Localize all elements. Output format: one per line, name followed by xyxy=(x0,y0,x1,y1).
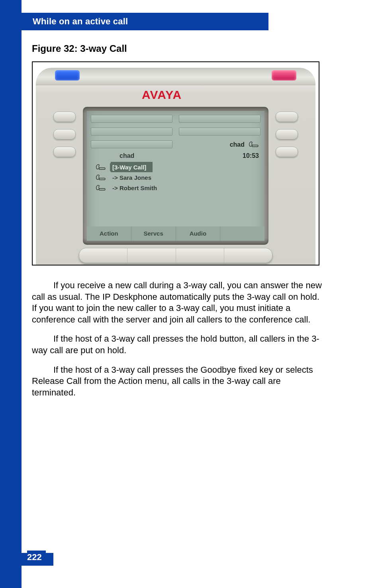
softkey-button-2[interactable] xyxy=(127,248,176,263)
paragraph: If the host of a 3-way call presses the … xyxy=(32,333,327,356)
arrow-prefix: -> xyxy=(112,174,118,181)
call-list: [3-Way Call] -> Sara Jones xyxy=(93,162,258,193)
softkey-blank[interactable] xyxy=(220,226,264,241)
linekey-label-l1 xyxy=(91,115,172,123)
status-row: chad xyxy=(230,140,259,149)
softkey-physical-row xyxy=(79,248,272,263)
participant-name: Sara Jones xyxy=(119,174,151,181)
softkey-button-1[interactable] xyxy=(79,248,127,263)
screen-bezel: chad chad 10:53 [3 xyxy=(83,107,268,245)
handset-icon xyxy=(248,140,259,149)
linekey-label-r1 xyxy=(179,115,261,123)
line-key-right-3[interactable] xyxy=(276,147,298,157)
handset-icon xyxy=(95,173,106,182)
section-header: While on an active call xyxy=(22,13,268,30)
softkey-servcs[interactable]: Servcs xyxy=(131,226,176,241)
selected-call-label: [3-Way Call] xyxy=(110,163,149,171)
softkey-audio[interactable]: Audio xyxy=(176,226,221,241)
call-list-row-selected[interactable]: [3-Way Call] xyxy=(93,162,258,172)
phone-screen: chad chad 10:53 [3 xyxy=(87,111,264,241)
handset-icon xyxy=(95,163,106,171)
participant-name: Robert Smith xyxy=(119,185,157,191)
figure-caption: Figure 32: 3-way Call xyxy=(32,43,327,54)
line-key-right-1[interactable] xyxy=(276,112,298,122)
status-user-label: chad xyxy=(230,141,245,148)
call-list-row[interactable]: -> Sara Jones xyxy=(93,172,258,183)
linekey-label-l2 xyxy=(91,128,172,136)
figure-frame: AVAYA chad xyxy=(32,61,319,265)
avaya-logo: AVAYA xyxy=(36,88,315,104)
softkey-bar: Action Servcs Audio xyxy=(87,226,264,241)
left-blue-spine xyxy=(0,0,22,588)
line-key-left-2[interactable] xyxy=(53,129,76,140)
line-key-left-1[interactable] xyxy=(53,112,76,122)
handset-icon xyxy=(95,184,106,192)
paragraph: If you receive a new call during a 3-way… xyxy=(32,280,327,325)
body-text: If you receive a new call during a 3-way… xyxy=(32,280,327,398)
softkey-button-3[interactable] xyxy=(176,248,224,263)
linekey-label-l3 xyxy=(91,140,172,148)
arrow-prefix: -> xyxy=(112,185,118,191)
status-led-red xyxy=(272,70,296,81)
softkey-button-4[interactable] xyxy=(224,248,272,263)
avaya-logo-text: AVAYA xyxy=(142,88,182,101)
phone-top-bezel xyxy=(36,68,315,85)
line-key-right-2[interactable] xyxy=(276,129,298,140)
page: While on an active call Figure 32: 3-way… xyxy=(0,0,380,588)
softkey-action[interactable]: Action xyxy=(87,226,131,241)
status-led-blue xyxy=(55,70,80,81)
screen-user-label: chad xyxy=(119,152,134,159)
linekey-label-r2 xyxy=(179,128,261,136)
line-key-left-3[interactable] xyxy=(53,147,76,157)
content-column: Figure 32: 3-way Call AVAYA xyxy=(32,43,327,406)
paragraph: If the host of a 3-way call presses the … xyxy=(32,364,327,399)
phone-body: AVAYA chad xyxy=(36,68,315,265)
call-list-row[interactable]: -> Robert Smith xyxy=(93,183,258,193)
screen-time: 10:53 xyxy=(243,152,259,159)
page-number: 222 xyxy=(27,551,46,564)
